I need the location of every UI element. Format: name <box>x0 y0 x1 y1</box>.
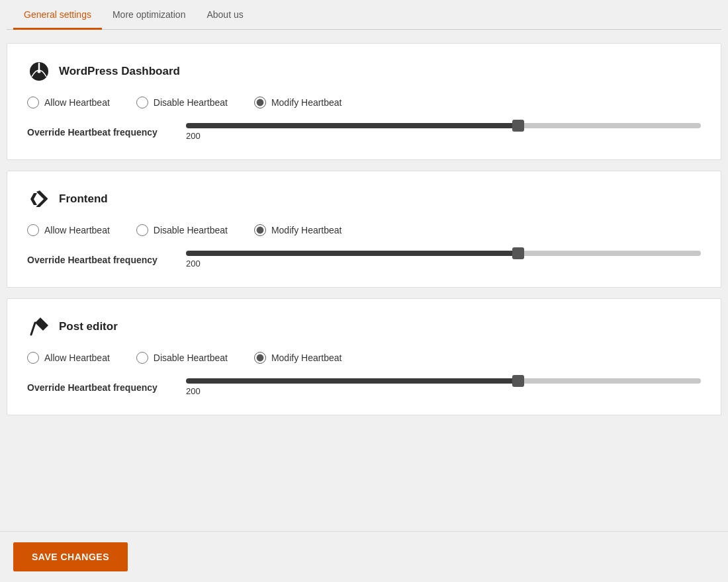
radio-option-pe-modify[interactable]: Modify Heartbeat <box>254 352 342 364</box>
slider-input-wordpress-dashboard[interactable] <box>186 123 701 128</box>
save-changes-button[interactable]: SAVE CHANGES <box>13 542 128 571</box>
tab-bar: General settingsMore optimizationAbout u… <box>7 0 721 30</box>
slider-container-post-editor: 200 <box>186 378 701 396</box>
radio-option-fe-disable[interactable]: Disable Heartbeat <box>136 224 228 236</box>
radio-label-fe-disable: Disable Heartbeat <box>154 225 228 235</box>
card-header-frontend: Frontend <box>27 187 701 211</box>
tab-general-settings[interactable]: General settings <box>13 0 102 30</box>
content-area: General settingsMore optimizationAbout u… <box>0 0 728 479</box>
slider-value-frontend: 200 <box>186 259 701 269</box>
radio-option-fe-allow[interactable]: Allow Heartbeat <box>27 224 110 236</box>
svg-line-2 <box>31 323 35 335</box>
radio-fe-allow[interactable] <box>27 224 39 236</box>
slider-container-wordpress-dashboard: 200 <box>186 123 701 141</box>
post-editor-icon <box>27 315 51 339</box>
slider-label-frontend: Override Heartbeat frequency <box>27 255 173 265</box>
card-frontend: FrontendAllow HeartbeatDisable Heartbeat… <box>7 171 721 288</box>
radio-pe-modify[interactable] <box>254 352 266 364</box>
tab-about-us[interactable]: About us <box>196 0 253 30</box>
slider-label-post-editor: Override Heartbeat frequency <box>27 382 173 393</box>
radio-option-wp-modify[interactable]: Modify Heartbeat <box>254 97 342 108</box>
slider-row-frontend: Override Heartbeat frequency200 <box>27 251 701 269</box>
radio-group-wordpress-dashboard: Allow HeartbeatDisable HeartbeatModify H… <box>27 97 701 108</box>
save-bar: SAVE CHANGES <box>0 531 728 582</box>
dashboard-icon <box>27 60 51 83</box>
radio-label-fe-modify: Modify Heartbeat <box>271 225 342 235</box>
radio-pe-allow[interactable] <box>27 352 39 364</box>
radio-fe-disable[interactable] <box>136 224 148 236</box>
slider-label-wordpress-dashboard: Override Heartbeat frequency <box>27 127 173 138</box>
slider-container-frontend: 200 <box>186 251 701 269</box>
card-header-wordpress-dashboard: WordPress Dashboard <box>27 60 701 83</box>
radio-group-post-editor: Allow HeartbeatDisable HeartbeatModify H… <box>27 352 701 364</box>
radio-option-wp-disable[interactable]: Disable Heartbeat <box>136 97 228 108</box>
tab-more-optimization[interactable]: More optimization <box>102 0 197 30</box>
radio-wp-allow[interactable] <box>27 97 39 108</box>
cards-container: WordPress DashboardAllow HeartbeatDisabl… <box>7 43 721 415</box>
radio-option-wp-allow[interactable]: Allow Heartbeat <box>27 97 110 108</box>
slider-value-wordpress-dashboard: 200 <box>186 131 701 141</box>
radio-label-wp-allow: Allow Heartbeat <box>44 97 110 108</box>
radio-label-pe-modify: Modify Heartbeat <box>271 353 342 363</box>
radio-pe-disable[interactable] <box>136 352 148 364</box>
radio-label-wp-modify: Modify Heartbeat <box>271 97 342 108</box>
radio-fe-modify[interactable] <box>254 224 266 236</box>
slider-input-post-editor[interactable] <box>186 378 701 384</box>
card-title-frontend: Frontend <box>59 192 108 206</box>
slider-input-frontend[interactable] <box>186 251 701 256</box>
radio-wp-modify[interactable] <box>254 97 266 108</box>
radio-option-pe-allow[interactable]: Allow Heartbeat <box>27 352 110 364</box>
page-wrapper: General settingsMore optimizationAbout u… <box>0 0 728 582</box>
frontend-icon <box>27 187 51 211</box>
slider-row-post-editor: Override Heartbeat frequency200 <box>27 378 701 396</box>
slider-row-wordpress-dashboard: Override Heartbeat frequency200 <box>27 123 701 141</box>
card-title-wordpress-dashboard: WordPress Dashboard <box>59 65 180 78</box>
radio-option-fe-modify[interactable]: Modify Heartbeat <box>254 224 342 236</box>
radio-wp-disable[interactable] <box>136 97 148 108</box>
card-wordpress-dashboard: WordPress DashboardAllow HeartbeatDisabl… <box>7 43 721 160</box>
radio-option-pe-disable[interactable]: Disable Heartbeat <box>136 352 228 364</box>
slider-value-post-editor: 200 <box>186 386 701 396</box>
radio-label-fe-allow: Allow Heartbeat <box>44 225 110 235</box>
radio-label-pe-disable: Disable Heartbeat <box>154 353 228 363</box>
card-header-post-editor: Post editor <box>27 315 701 339</box>
radio-label-wp-disable: Disable Heartbeat <box>154 97 228 108</box>
radio-group-frontend: Allow HeartbeatDisable HeartbeatModify H… <box>27 224 701 236</box>
card-title-post-editor: Post editor <box>59 320 118 333</box>
card-post-editor: Post editorAllow HeartbeatDisable Heartb… <box>7 298 721 415</box>
radio-label-pe-allow: Allow Heartbeat <box>44 353 110 363</box>
